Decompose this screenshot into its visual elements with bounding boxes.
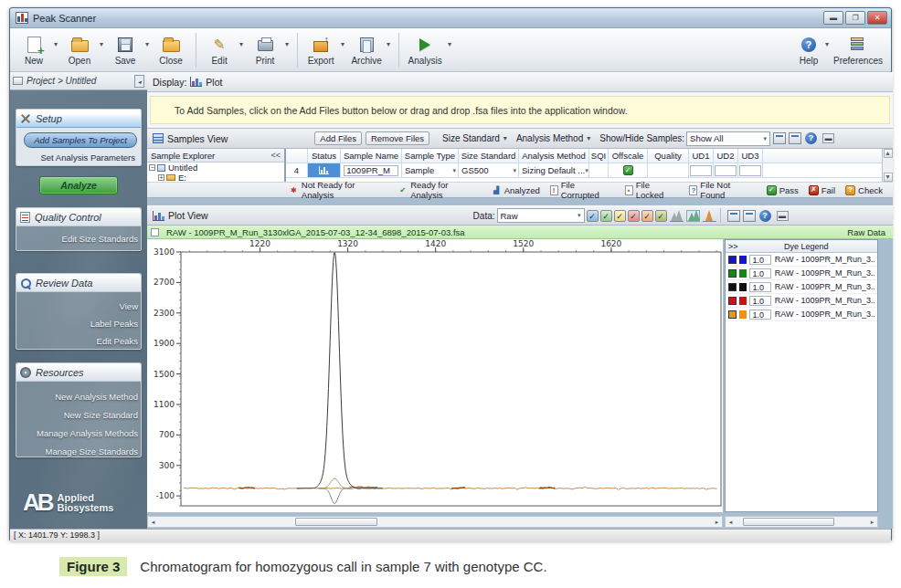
tree-node-untitled[interactable]: − Untitled [147, 163, 284, 173]
print-button[interactable]: Print [247, 35, 283, 66]
dye-scale-input[interactable]: 1.0 [749, 268, 770, 278]
open-button[interactable]: Open [61, 35, 98, 66]
analysis-method-dropdown[interactable]: Analysis Method [516, 133, 583, 143]
setup-header[interactable]: Setup [16, 110, 141, 128]
display-mode-value[interactable]: Plot [206, 77, 222, 88]
dye-toggle-orange[interactable]: ✓ [641, 210, 653, 222]
sidebar-item-manage-analysis-methods[interactable]: Manage Analysis Methods [37, 428, 138, 438]
dye-checkbox[interactable] [728, 310, 737, 319]
sidebar-item-edit-peaks[interactable]: Edit Peaks [97, 336, 138, 346]
ud1-cell[interactable] [689, 163, 714, 178]
size-standard-cell[interactable]: GS500 ▾ [459, 163, 519, 178]
save-dropdown-arrow[interactable]: ▾ [145, 40, 149, 48]
analyze-button[interactable]: Analyze [39, 176, 118, 194]
legend-horizontal-scrollbar[interactable]: ◂ ▸ [725, 516, 878, 528]
scroll-down-arrow[interactable]: ▼ [884, 173, 893, 182]
ud3-cell[interactable] [738, 163, 763, 178]
single-plot-icon[interactable] [703, 210, 716, 222]
remove-files-button[interactable]: Remove Files [366, 131, 429, 145]
project-header[interactable]: Project > Untitled ◂ [10, 72, 147, 90]
dye-checkbox[interactable] [728, 297, 737, 305]
plot-export-icon[interactable] [743, 210, 756, 222]
dye-row-red[interactable]: 1.0 RAW - 1009PR_M_Run_3... [726, 294, 877, 308]
size-standard-dropdown[interactable]: Size Standard [442, 133, 500, 143]
table-vertical-scrollbar[interactable]: ▲ ▼ [882, 149, 893, 182]
dye-row-orange[interactable]: 1.0 RAW - 1009PR_M_Run_3... [726, 308, 877, 321]
dye-scale-input[interactable]: 1.0 [749, 310, 770, 320]
add-files-button[interactable]: Add Files [314, 131, 362, 145]
dye-scale-input[interactable]: 1.0 [749, 255, 770, 265]
plot-table-icon[interactable] [727, 210, 740, 222]
dye-checkbox[interactable] [728, 256, 737, 264]
dye-scale-input[interactable]: 1.0 [749, 296, 770, 306]
export-dropdown-arrow[interactable]: ▾ [341, 40, 344, 48]
archive-button[interactable]: Archive [348, 35, 385, 66]
sidebar-item-view[interactable]: View [120, 301, 138, 311]
sample-row[interactable]: 4 1009PR_M Sample ▾ GS500 [286, 163, 893, 178]
dye-checkbox[interactable] [728, 269, 737, 278]
chromatogram-svg[interactable]: 1220132014201520162031002700230019001500… [147, 239, 723, 512]
minimize-button[interactable]: ▬ [823, 11, 843, 25]
resources-header[interactable]: Resources [16, 363, 141, 382]
project-expand-button[interactable]: ◂ [134, 75, 144, 88]
new-dropdown-arrow[interactable]: ▾ [54, 40, 58, 48]
samples-help-icon[interactable]: ? [805, 132, 817, 144]
sidebar-item-edit-size-standards[interactable]: Edit Size Standards [62, 234, 138, 244]
help-dropdown-arrow[interactable]: ▾ [825, 40, 829, 48]
analysis-dropdown-arrow[interactable]: ▾ [448, 40, 451, 48]
report-icon[interactable] [773, 132, 786, 144]
sidebar-item-new-analysis-method[interactable]: New Analysis Method [55, 392, 138, 402]
scroll-left-arrow[interactable]: ◂ [148, 519, 158, 526]
quality-control-header[interactable]: Quality Control [16, 208, 141, 226]
preferences-button[interactable]: Preferences [832, 35, 884, 66]
show-hide-samples-select[interactable]: Show All ▾ [686, 131, 770, 146]
ud2-cell[interactable] [714, 163, 738, 178]
samples-collapse-icon[interactable]: ▬ [822, 133, 834, 143]
dye-legend-expand-button[interactable]: >> [728, 242, 738, 251]
help-button[interactable]: ? Help [794, 35, 823, 66]
save-button[interactable]: Save [107, 35, 143, 66]
scrollbar-thumb[interactable] [743, 518, 834, 526]
close-project-button[interactable]: Close [153, 35, 189, 66]
dye-row-black[interactable]: 1.0 RAW - 1009PR_M_Run_3... [726, 280, 877, 294]
scroll-right-arrow[interactable]: ▸ [867, 519, 877, 526]
sample-name-cell[interactable]: 1009PR_M [341, 163, 402, 178]
sample-type-cell[interactable]: Sample ▾ [402, 163, 459, 178]
file-checkbox[interactable] [151, 228, 159, 236]
sidebar-item-manage-size-standards[interactable]: Manage Size Standards [46, 446, 138, 457]
scroll-left-arrow[interactable]: ◂ [726, 519, 736, 526]
scroll-right-arrow[interactable]: ▸ [712, 519, 722, 526]
status-cell[interactable] [308, 163, 341, 178]
close-button[interactable]: ✕ [867, 11, 887, 25]
dye-toggle-olive[interactable]: ✓ [655, 210, 667, 222]
dye-checkbox[interactable] [728, 283, 737, 291]
plot-help-icon[interactable]: ? [759, 210, 771, 222]
dye-toggle-green[interactable]: ✓ [600, 210, 612, 222]
dye-toggle-blue[interactable]: ✓ [587, 210, 599, 222]
dye-scale-input[interactable]: 1.0 [749, 282, 770, 292]
dye-toggle-yellow[interactable]: ✓ [614, 210, 626, 222]
overlay-plot-icon[interactable] [670, 210, 684, 222]
analysis-method-cell[interactable]: Sizing Default ... ▾ [519, 163, 589, 178]
edit-dropdown-arrow[interactable]: ▾ [239, 40, 243, 48]
stacked-plot-icon[interactable] [686, 210, 700, 222]
scroll-up-arrow[interactable]: ▲ [884, 149, 893, 158]
sidebar-item-set-analysis-parameters[interactable]: Set Analysis Parameters [16, 151, 141, 165]
expander-icon[interactable]: + [158, 174, 164, 181]
plot-collapse-icon[interactable]: ▬ [777, 211, 789, 221]
dye-row-blue[interactable]: 1.0 RAW - 1009PR_M_Run_3... [726, 253, 877, 267]
sidebar-item-add-samples[interactable]: Add Samples To Project [24, 132, 137, 148]
open-dropdown-arrow[interactable]: ▾ [100, 40, 103, 48]
dye-row-green[interactable]: 1.0 RAW - 1009PR_M_Run_3... [726, 267, 877, 280]
dye-toggle-red[interactable]: ✓ [628, 210, 640, 222]
data-select[interactable]: Raw ▾ [497, 208, 585, 223]
restore-button[interactable]: ❐ [845, 11, 865, 25]
new-button[interactable]: + New [16, 35, 52, 66]
export-button[interactable]: Export [302, 35, 339, 66]
scrollbar-thumb[interactable] [295, 518, 377, 526]
plot-horizontal-scrollbar[interactable]: ◂ ▸ [147, 516, 723, 528]
print-dropdown-arrow[interactable]: ▾ [285, 40, 289, 48]
sidebar-item-label-peaks[interactable]: Label Peaks [90, 319, 138, 329]
review-data-header[interactable]: Review Data [16, 274, 141, 292]
expander-icon[interactable]: − [149, 164, 155, 171]
